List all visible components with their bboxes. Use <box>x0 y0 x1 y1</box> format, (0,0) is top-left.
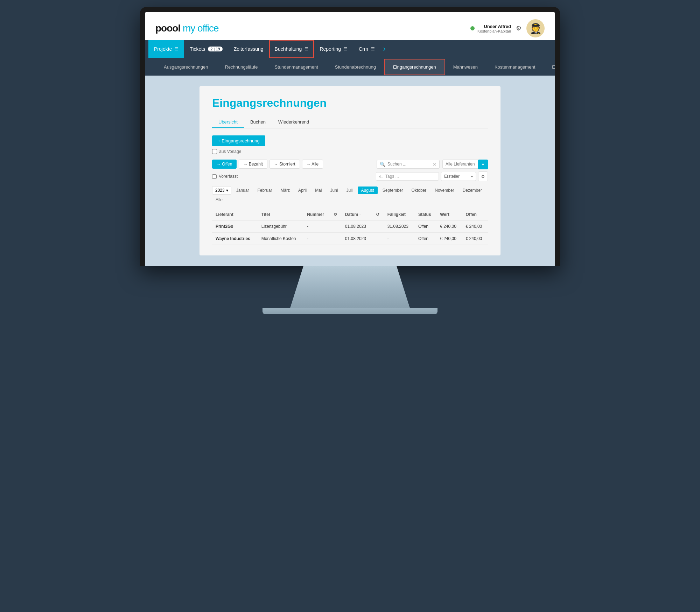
cell-nummer-0: - <box>303 220 330 233</box>
filter-alle-button[interactable]: → Alle <box>302 160 323 169</box>
month-september[interactable]: September <box>379 187 407 194</box>
tab-uebersicht[interactable]: Übersicht <box>212 117 244 128</box>
filter-offen-button[interactable]: → Offen <box>212 160 237 169</box>
add-eingangsrechnung-button[interactable]: + Eingangsrechnung <box>212 135 265 146</box>
nav-item-buchhaltung[interactable]: Buchhaltung ☰ <box>269 40 314 58</box>
vorerfasst-label: Vorerfasst <box>219 174 238 179</box>
table-row[interactable]: Print2Go Lizenzgebühr - 01.08.2023 31.08… <box>212 220 488 233</box>
subnav-mahnwesen[interactable]: Mahnwesen <box>445 59 486 75</box>
filter-row-2: Vorerfasst 🏷 Tags ... Ersteller ▾ <box>212 171 488 181</box>
cell-lieferant-1: Wayne Industries <box>212 233 258 245</box>
nav-menu-icon-projekte: ☰ <box>175 47 178 51</box>
month-februar[interactable]: Februar <box>254 187 275 194</box>
content-card: Eingangsrechnungen Übersicht Buchen Wied… <box>200 86 500 255</box>
filter-bezahlt-button[interactable]: → Bezahlt <box>239 160 267 169</box>
cell-datum-1: 01.08.2023 <box>342 233 372 245</box>
month-juli[interactable]: Juli <box>343 187 356 194</box>
filter2-right: 🏷 Tags ... Ersteller ▾ ⚙ <box>376 171 488 181</box>
filter-left: → Offen → Bezahlt → Storniert → Alle <box>212 160 323 169</box>
filter-area: → Offen → Bezahlt → Storniert → Alle 🔍 ✕ <box>212 160 488 181</box>
monitor-frame: poool my office Unser Alfred Kostenplan-… <box>140 7 560 266</box>
th-datum[interactable]: Datum ↑ <box>342 209 372 220</box>
subnav-stundenmanagement[interactable]: Stundenmanagement <box>266 59 326 75</box>
tab-wiederkehrend[interactable]: Wiederkehrend <box>272 117 315 128</box>
cell-wert-0: € 240,00 <box>436 220 462 233</box>
cell-titel-1: Monatliche Kosten <box>258 233 304 245</box>
main-content: Eingangsrechnungen Übersicht Buchen Wied… <box>145 76 555 266</box>
settings-gear-icon[interactable]: ⚙ <box>516 24 522 32</box>
month-januar[interactable]: Januar <box>233 187 253 194</box>
month-bar: 2023 ▾ Januar Februar März April Mai Jun… <box>212 186 488 204</box>
user-text: Unser Alfred Kostenplan-Kapitän <box>477 24 511 33</box>
month-april[interactable]: April <box>295 187 310 194</box>
cell-faelligkeit-1: - <box>384 233 415 245</box>
month-mai[interactable]: Mai <box>312 187 325 194</box>
cell-wert-1: € 240,00 <box>436 233 462 245</box>
subnav-stundenabrechnung[interactable]: Stundenabrechnung <box>327 59 384 75</box>
search-icon: 🔍 <box>380 162 385 167</box>
ersteller-select[interactable]: Ersteller ▾ <box>441 172 476 181</box>
table-header-row: Lieferant Titel Nummer ↺ Datum ↑ ↺ <box>212 209 488 220</box>
year-chevron-icon: ▾ <box>226 188 228 193</box>
th-refresh2[interactable]: ↺ <box>372 209 384 220</box>
aus-vorlage-row: aus Vorlage <box>212 149 488 154</box>
nav-menu-icon-crm: ☰ <box>371 47 375 51</box>
table-row[interactable]: Wayne Industries Monatliche Kosten - 01.… <box>212 233 488 245</box>
tags-placeholder-label: Tags ... <box>385 174 399 179</box>
tag-icon: 🏷 <box>379 174 383 179</box>
nav-item-zeiterfassung[interactable]: Zeiterfassung <box>228 40 269 58</box>
month-august[interactable]: August <box>358 187 378 194</box>
user-status-dot <box>470 26 475 30</box>
filter-row-1: → Offen → Bezahlt → Storniert → Alle 🔍 ✕ <box>212 160 488 169</box>
user-name: Unser Alfred <box>477 24 511 29</box>
nav-label-buchhaltung: Buchhaltung <box>275 46 302 52</box>
refresh-icon-2: ↺ <box>376 212 379 217</box>
table-body: Print2Go Lizenzgebühr - 01.08.2023 31.08… <box>212 220 488 245</box>
filter-storniert-button[interactable]: → Storniert <box>270 160 300 169</box>
aus-vorlage-checkbox[interactable] <box>212 149 217 154</box>
logo-myoffice: my office <box>183 23 219 34</box>
user-area: Unser Alfred Kostenplan-Kapitän ⚙ 🧑‍✈️ <box>470 19 545 37</box>
search-input[interactable] <box>387 162 430 167</box>
nav-menu-icon-reporting: ☰ <box>344 47 348 51</box>
month-dezember[interactable]: Dezember <box>459 187 485 194</box>
screen: poool my office Unser Alfred Kostenplan-… <box>145 12 555 266</box>
nav-item-tickets[interactable]: Tickets 2 | 19 <box>184 40 228 58</box>
nav-label-projekte: Projekte <box>154 46 172 52</box>
month-alle[interactable]: Alle <box>212 196 226 204</box>
tab-buchen[interactable]: Buchen <box>244 117 272 128</box>
filter-settings-icon[interactable]: ⚙ <box>478 171 488 181</box>
month-juni[interactable]: Juni <box>327 187 341 194</box>
table-head: Lieferant Titel Nummer ↺ Datum ↑ ↺ <box>212 209 488 220</box>
collapse-filters-button[interactable]: ▾ <box>478 160 488 169</box>
month-november[interactable]: November <box>431 187 457 194</box>
nav-item-crm[interactable]: Crm ☰ <box>353 40 380 58</box>
page-title: Eingangsrechnungen <box>212 97 488 110</box>
avatar-image: 🧑‍✈️ <box>530 23 542 34</box>
year-select[interactable]: 2023 ▾ <box>212 186 231 195</box>
nav-item-reporting[interactable]: Reporting ☰ <box>314 40 353 58</box>
sub-nav: Ausgangsrechnungen Rechnungsläufe Stunde… <box>145 58 555 76</box>
cell-refresh2-0 <box>372 220 384 233</box>
nav-arrow[interactable]: › <box>380 40 388 58</box>
search-clear-icon[interactable]: ✕ <box>433 162 436 167</box>
th-lieferant: Lieferant <box>212 209 258 220</box>
subnav-export[interactable]: Export <box>544 59 555 75</box>
month-maerz[interactable]: März <box>277 187 293 194</box>
th-refresh1[interactable]: ↺ <box>330 209 342 220</box>
subnav-rechnungslaeufe[interactable]: Rechnungsläufe <box>217 59 266 75</box>
th-nummer: Nummer <box>303 209 330 220</box>
subnav-kostenmanagement[interactable]: Kostenmanagement <box>486 59 544 75</box>
nav-item-projekte[interactable]: Projekte ☰ <box>148 40 184 58</box>
avatar: 🧑‍✈️ <box>526 19 545 37</box>
month-oktober[interactable]: Oktober <box>408 187 430 194</box>
vorerfasst-checkbox[interactable] <box>212 174 217 179</box>
nav-menu-icon-buchhaltung: ☰ <box>304 47 308 51</box>
datum-sort: Datum ↑ <box>345 212 361 217</box>
lieferanten-label: Alle Lieferanten <box>446 162 475 167</box>
nav-badge-tickets: 2 | 19 <box>208 47 223 51</box>
th-offen: Offen <box>462 209 488 220</box>
subnav-eingangsrechnungen[interactable]: Eingangsrechnungen <box>384 59 445 75</box>
subnav-ausgangsrechnungen[interactable]: Ausgangsrechnungen <box>155 59 217 75</box>
nav-bar: Projekte ☰ Tickets 2 | 19 Zeiterfassung … <box>145 40 555 58</box>
